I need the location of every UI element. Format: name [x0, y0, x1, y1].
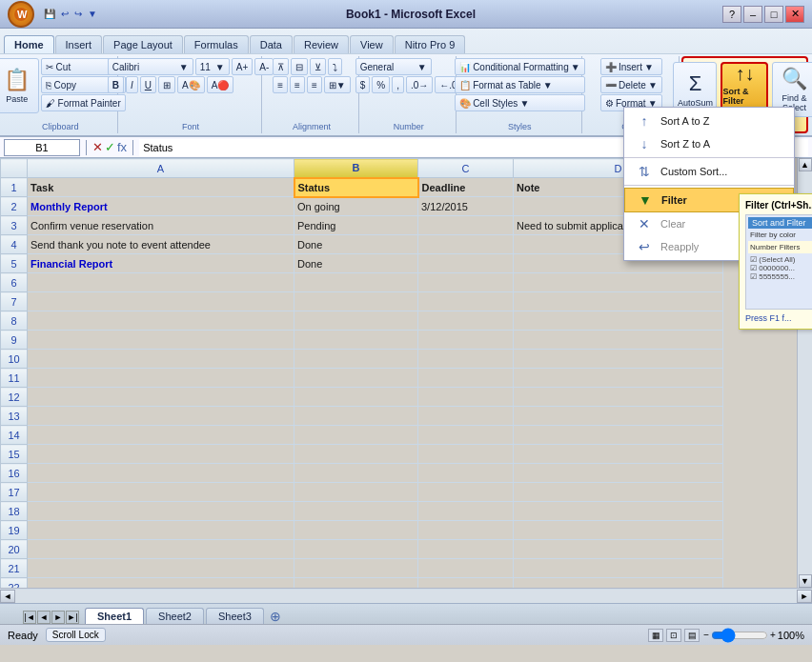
cell-c7[interactable] — [418, 292, 514, 311]
col-header-b[interactable]: B — [294, 159, 418, 178]
tab-home[interactable]: Home — [4, 35, 54, 53]
cell-b11[interactable] — [294, 369, 418, 388]
confirm-formula-icon[interactable]: ✓ — [105, 140, 115, 154]
currency-btn[interactable]: $ — [355, 76, 371, 93]
page-break-view-btn[interactable]: ▤ — [684, 629, 700, 642]
cell-b16[interactable] — [294, 464, 418, 483]
save-qa-btn[interactable]: 💾 — [42, 8, 57, 20]
cell-a2[interactable]: Monthly Report — [28, 197, 294, 216]
horizontal-scrollbar[interactable]: ◄ ► — [0, 588, 812, 603]
cell-a4[interactable]: Send thank you note to event attendee — [28, 235, 294, 254]
increase-decimal-btn[interactable]: .0→ — [406, 76, 433, 93]
tab-view[interactable]: View — [350, 35, 394, 53]
cell-b12[interactable] — [294, 388, 418, 407]
cell-c19[interactable] — [418, 521, 514, 540]
page-layout-view-btn[interactable]: ⊡ — [666, 629, 681, 642]
cell-d16[interactable] — [514, 464, 723, 483]
cell-a21[interactable] — [28, 559, 294, 578]
normal-view-btn[interactable]: ▦ — [648, 629, 663, 642]
help-btn[interactable]: ? — [722, 6, 741, 23]
cell-c16[interactable] — [418, 464, 514, 483]
col-header-a[interactable]: A — [28, 159, 294, 178]
cell-d18[interactable] — [514, 502, 723, 521]
insert-cells-btn[interactable]: ➕ Insert ▼ — [600, 58, 662, 75]
cell-d14[interactable] — [514, 426, 723, 445]
cell-c11[interactable] — [418, 369, 514, 388]
sheet-tab-1[interactable]: Sheet1 — [85, 608, 144, 624]
cell-c4[interactable] — [418, 235, 514, 254]
tab-page-layout[interactable]: Page Layout — [103, 35, 183, 53]
tab-formulas[interactable]: Formulas — [184, 35, 249, 53]
bold-button[interactable]: B — [108, 76, 124, 93]
app-restore-btn[interactable]: □ — [764, 6, 783, 23]
cell-c3[interactable] — [418, 216, 514, 235]
fill-color-button[interactable]: A🎨 — [177, 76, 205, 93]
cell-a10[interactable] — [28, 350, 294, 369]
name-box[interactable] — [4, 139, 80, 156]
cell-b4[interactable]: Done — [294, 235, 418, 254]
align-right-btn[interactable]: ≡ — [307, 76, 322, 93]
cell-d13[interactable] — [514, 407, 723, 426]
cell-b17[interactable] — [294, 483, 418, 502]
cancel-formula-icon[interactable]: ✕ — [92, 140, 103, 154]
col-header-c[interactable]: C — [418, 159, 514, 178]
cell-b9[interactable] — [294, 331, 418, 350]
sheet-tab-3[interactable]: Sheet3 — [206, 608, 264, 624]
merge-btn[interactable]: ⊞▼ — [324, 76, 351, 93]
cell-a14[interactable] — [28, 426, 294, 445]
cell-c5[interactable] — [418, 254, 514, 273]
cell-a6[interactable] — [28, 273, 294, 292]
cell-d6[interactable] — [514, 273, 723, 292]
wrap-text-btn[interactable]: ⤵ — [328, 58, 342, 75]
tab-insert[interactable]: Insert — [55, 35, 103, 53]
scroll-left-btn[interactable]: ◄ — [0, 590, 15, 603]
cell-a11[interactable] — [28, 369, 294, 388]
cell-c18[interactable] — [418, 502, 514, 521]
cell-a12[interactable] — [28, 388, 294, 407]
cell-d12[interactable] — [514, 388, 723, 407]
cell-b18[interactable] — [294, 502, 418, 521]
cell-a19[interactable] — [28, 521, 294, 540]
cell-b7[interactable] — [294, 292, 418, 311]
customize-qa-btn[interactable]: ▼ — [86, 8, 99, 20]
cell-b1[interactable]: Status — [294, 178, 418, 197]
cell-c22[interactable] — [418, 578, 514, 589]
cell-d21[interactable] — [514, 559, 723, 578]
office-button[interactable]: W — [8, 1, 34, 28]
cell-b13[interactable] — [294, 407, 418, 426]
redo-qa-btn[interactable]: ↪ — [72, 8, 84, 20]
number-format-dropdown[interactable]: General▼ — [355, 58, 432, 75]
cell-d17[interactable] — [514, 483, 723, 502]
cell-b21[interactable] — [294, 559, 418, 578]
cell-a7[interactable] — [28, 292, 294, 311]
align-center-btn[interactable]: ≡ — [290, 76, 305, 93]
cell-d19[interactable] — [514, 521, 723, 540]
cell-b3[interactable]: Pending — [294, 216, 418, 235]
scroll-right-btn[interactable]: ► — [797, 590, 812, 603]
format-as-table-btn[interactable]: 📋 Format as Table ▼ — [455, 76, 585, 93]
percent-btn[interactable]: % — [372, 76, 390, 93]
prev-sheet-btn[interactable]: ◄ — [37, 611, 51, 624]
cell-c21[interactable] — [418, 559, 514, 578]
cell-d22[interactable] — [514, 578, 723, 589]
underline-button[interactable]: U — [140, 76, 156, 93]
cell-b15[interactable] — [294, 445, 418, 464]
cell-a17[interactable] — [28, 483, 294, 502]
undo-qa-btn[interactable]: ↩ — [59, 8, 71, 20]
font-name-dropdown[interactable]: Calibri▼ — [108, 58, 193, 75]
zoom-in-icon[interactable]: + — [770, 630, 776, 640]
align-middle-btn[interactable]: ⊟ — [291, 58, 308, 75]
cell-a1[interactable]: Task — [28, 178, 294, 197]
cell-c9[interactable] — [418, 331, 514, 350]
sort-z-to-a-item[interactable]: ↓ Sort Z to A — [624, 132, 794, 155]
first-sheet-btn[interactable]: |◄ — [23, 611, 36, 624]
cell-b19[interactable] — [294, 521, 418, 540]
cell-c1[interactable]: Deadline — [418, 178, 514, 197]
cell-b20[interactable] — [294, 540, 418, 559]
app-minimize-btn[interactable]: – — [743, 6, 762, 23]
cell-a13[interactable] — [28, 407, 294, 426]
fx-icon[interactable]: fx — [117, 140, 127, 154]
sheet-tab-2[interactable]: Sheet2 — [146, 608, 204, 624]
cell-a18[interactable] — [28, 502, 294, 521]
cell-b8[interactable] — [294, 311, 418, 331]
